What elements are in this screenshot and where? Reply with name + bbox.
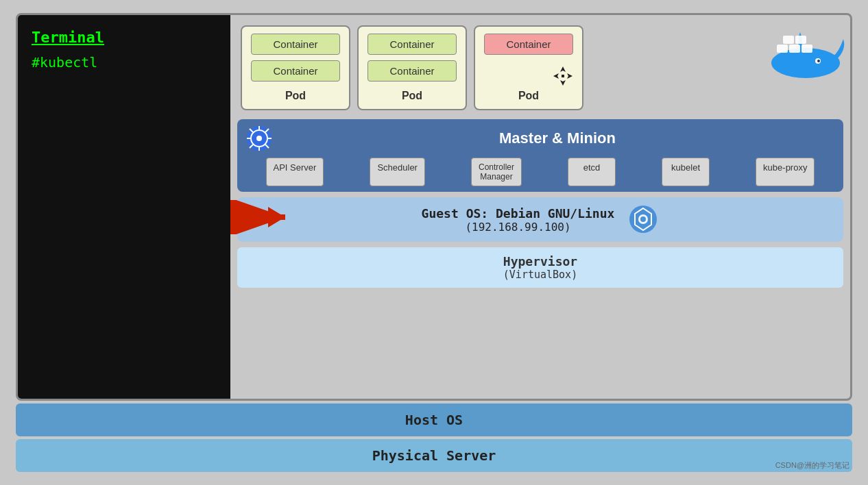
master-header: Master & Minion xyxy=(245,125,835,152)
api-server-box: API Server xyxy=(266,158,324,186)
svg-rect-9 xyxy=(795,36,806,44)
svg-marker-14 xyxy=(553,73,559,79)
physical-server-bar: Physical Server xyxy=(16,439,852,472)
bottom-bars: Host OS Physical Server xyxy=(16,403,852,472)
hypervisor-subtitle: (VirtualBox) xyxy=(244,269,836,281)
pod-2: Container Container Pod xyxy=(357,25,467,110)
svg-point-27 xyxy=(256,136,262,141)
hypervisor-section: Hypervisor (VirtualBox) xyxy=(237,247,843,288)
kubelet-box: kubelet xyxy=(662,158,710,186)
guest-os-logo-icon xyxy=(628,204,659,235)
svg-rect-5 xyxy=(777,45,788,53)
cursor-svg xyxy=(552,65,574,87)
pod-3-label: Pod xyxy=(518,90,539,102)
svg-marker-13 xyxy=(560,80,566,86)
pod-2-label: Pod xyxy=(402,90,422,102)
container-1-2: Container xyxy=(251,60,340,82)
guest-os-text: Guest OS: Debian GNU/Linux (192.168.99.1… xyxy=(422,206,615,234)
guest-os-title: Guest OS: Debian GNU/Linux xyxy=(422,206,615,221)
guest-os-ip: (192.168.99.100) xyxy=(422,221,615,234)
hypervisor-title: Hypervisor xyxy=(244,254,836,269)
main-wrapper: Terminal #kubectl xyxy=(16,13,852,472)
guest-os-section: Guest OS: Debian GNU/Linux (192.168.99.1… xyxy=(237,197,843,242)
physical-server-label: Physical Server xyxy=(372,447,496,464)
container-2-1: Container xyxy=(367,34,457,55)
terminal-panel: Terminal #kubectl xyxy=(18,15,230,399)
red-arrow-icon xyxy=(227,200,289,234)
svg-marker-2 xyxy=(268,207,285,227)
right-content: Container Container Pod Container Contai… xyxy=(230,15,850,399)
kubernetes-logo-icon xyxy=(245,125,273,152)
terminal-command: #kubectl xyxy=(32,54,217,71)
etcd-box: etcd xyxy=(568,158,616,186)
svg-rect-16 xyxy=(562,75,564,77)
controller-manager-box: ControllerManager xyxy=(471,158,522,186)
move-cursor-icon xyxy=(552,65,574,90)
docker-whale-svg xyxy=(764,18,847,80)
master-components: API Server Scheduler ControllerManager e… xyxy=(245,158,835,186)
svg-point-11 xyxy=(817,60,820,62)
host-os-bar: Host OS xyxy=(16,403,852,436)
pods-row: Container Container Pod Container Contai… xyxy=(237,22,843,114)
svg-rect-7 xyxy=(801,45,812,53)
scheduler-box: Scheduler xyxy=(370,158,425,186)
svg-marker-12 xyxy=(560,66,566,72)
master-title: Master & Minion xyxy=(280,129,835,147)
container-3-1: Container xyxy=(484,34,573,55)
arrow-container xyxy=(227,200,289,237)
pod-1: Container Container Pod xyxy=(241,25,350,110)
docker-whale-icon xyxy=(764,18,847,83)
diagram-outer: Terminal #kubectl xyxy=(16,13,852,401)
svg-rect-3 xyxy=(230,212,268,222)
svg-marker-15 xyxy=(567,73,572,79)
container-1-1: Container xyxy=(251,34,340,55)
svg-point-31 xyxy=(640,216,646,222)
kube-proxy-box: kube-proxy xyxy=(756,158,815,186)
pod-1-label: Pod xyxy=(285,90,306,102)
master-section: Master & Minion API Server Scheduler Con… xyxy=(237,119,843,192)
svg-rect-6 xyxy=(789,45,800,53)
pod-3: Container Pod xyxy=(474,25,583,110)
svg-rect-8 xyxy=(783,36,794,44)
watermark: CSDN@洲的学习笔记 xyxy=(775,460,849,471)
terminal-title: Terminal xyxy=(32,29,217,46)
container-2-2: Container xyxy=(367,60,457,82)
host-os-label: Host OS xyxy=(405,412,463,428)
